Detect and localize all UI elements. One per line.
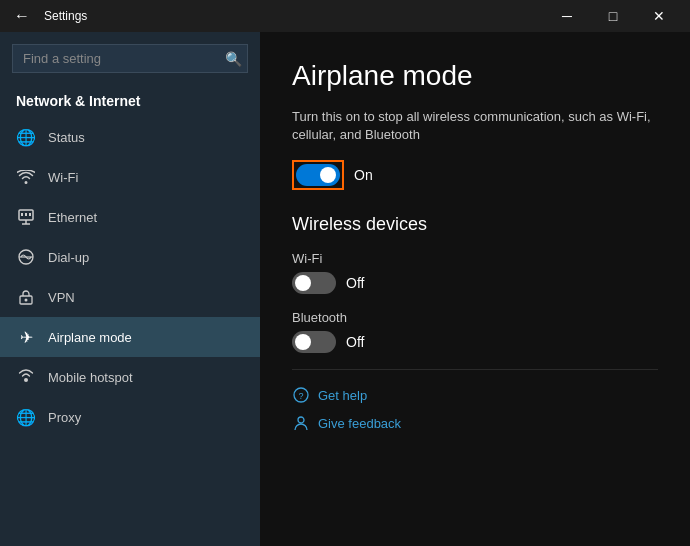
- dialup-icon: [16, 247, 36, 267]
- svg-rect-2: [25, 213, 27, 216]
- wifi-icon: [16, 167, 36, 187]
- airplane-icon: ✈: [16, 327, 36, 347]
- airplane-mode-toggle[interactable]: [296, 164, 340, 186]
- sidebar-section-title: Network & Internet: [0, 85, 260, 117]
- vpn-icon: [16, 287, 36, 307]
- sidebar-item-status[interactable]: 🌐 Status: [0, 117, 260, 157]
- svg-rect-3: [29, 213, 31, 216]
- sidebar-item-label: Airplane mode: [48, 330, 132, 345]
- ethernet-icon: [16, 207, 36, 227]
- sidebar-item-vpn[interactable]: VPN: [0, 277, 260, 317]
- sidebar-item-label: Dial-up: [48, 250, 89, 265]
- wifi-toggle-knob: [295, 275, 311, 291]
- sidebar-item-dialup[interactable]: Dial-up: [0, 237, 260, 277]
- get-help-icon: ?: [292, 386, 310, 404]
- sidebar-item-hotspot[interactable]: Mobile hotspot: [0, 357, 260, 397]
- feedback-icon: [292, 414, 310, 432]
- window-controls: ─ □ ✕: [544, 0, 682, 32]
- search-input[interactable]: [12, 44, 248, 73]
- title-bar: ← Settings ─ □ ✕: [0, 0, 690, 32]
- bluetooth-toggle-label: Off: [346, 334, 364, 350]
- divider: [292, 369, 658, 370]
- sidebar-item-label: VPN: [48, 290, 75, 305]
- help-section: ? Get help Give feedback: [292, 386, 658, 432]
- back-button[interactable]: ←: [8, 2, 36, 30]
- give-feedback-label: Give feedback: [318, 416, 401, 431]
- get-help-link[interactable]: ? Get help: [292, 386, 658, 404]
- bluetooth-toggle-row: Off: [292, 331, 658, 353]
- bluetooth-device-item: Bluetooth Off: [292, 310, 658, 353]
- close-button[interactable]: ✕: [636, 0, 682, 32]
- maximize-button[interactable]: □: [590, 0, 636, 32]
- sidebar-item-wifi[interactable]: Wi-Fi: [0, 157, 260, 197]
- wifi-toggle-label: Off: [346, 275, 364, 291]
- svg-text:?: ?: [298, 391, 303, 401]
- sidebar-item-proxy[interactable]: 🌐 Proxy: [0, 397, 260, 437]
- svg-point-12: [298, 417, 304, 423]
- svg-point-9: [25, 299, 28, 302]
- app-body: 🔍 Network & Internet 🌐 Status Wi-Fi: [0, 32, 690, 546]
- wifi-device-name: Wi-Fi: [292, 251, 658, 266]
- minimize-button[interactable]: ─: [544, 0, 590, 32]
- app-title: Settings: [44, 9, 87, 23]
- wireless-section-title: Wireless devices: [292, 214, 658, 235]
- get-help-label: Get help: [318, 388, 367, 403]
- wifi-device-item: Wi-Fi Off: [292, 251, 658, 294]
- sidebar-item-label: Wi-Fi: [48, 170, 78, 185]
- sidebar: 🔍 Network & Internet 🌐 Status Wi-Fi: [0, 32, 260, 546]
- sidebar-item-label: Mobile hotspot: [48, 370, 133, 385]
- sidebar-item-ethernet[interactable]: Ethernet: [0, 197, 260, 237]
- wifi-toggle-row: Off: [292, 272, 658, 294]
- airplane-mode-label: On: [354, 167, 373, 183]
- bluetooth-toggle[interactable]: [292, 331, 336, 353]
- airplane-toggle-highlight: [292, 160, 344, 190]
- proxy-icon: 🌐: [16, 407, 36, 427]
- airplane-description: Turn this on to stop all wireless commun…: [292, 108, 658, 144]
- svg-rect-1: [21, 213, 23, 216]
- search-container: 🔍: [12, 44, 248, 73]
- sidebar-item-label: Proxy: [48, 410, 81, 425]
- bluetooth-toggle-knob: [295, 334, 311, 350]
- wifi-toggle[interactable]: [292, 272, 336, 294]
- main-content: Airplane mode Turn this on to stop all w…: [260, 32, 690, 546]
- sidebar-item-label: Status: [48, 130, 85, 145]
- bluetooth-device-name: Bluetooth: [292, 310, 658, 325]
- sidebar-item-airplane[interactable]: ✈ Airplane mode: [0, 317, 260, 357]
- page-title: Airplane mode: [292, 60, 658, 92]
- give-feedback-link[interactable]: Give feedback: [292, 414, 658, 432]
- airplane-mode-toggle-row: On: [292, 160, 658, 190]
- sidebar-item-label: Ethernet: [48, 210, 97, 225]
- toggle-knob: [320, 167, 336, 183]
- search-icon[interactable]: 🔍: [225, 51, 242, 67]
- status-icon: 🌐: [16, 127, 36, 147]
- hotspot-icon: [16, 367, 36, 387]
